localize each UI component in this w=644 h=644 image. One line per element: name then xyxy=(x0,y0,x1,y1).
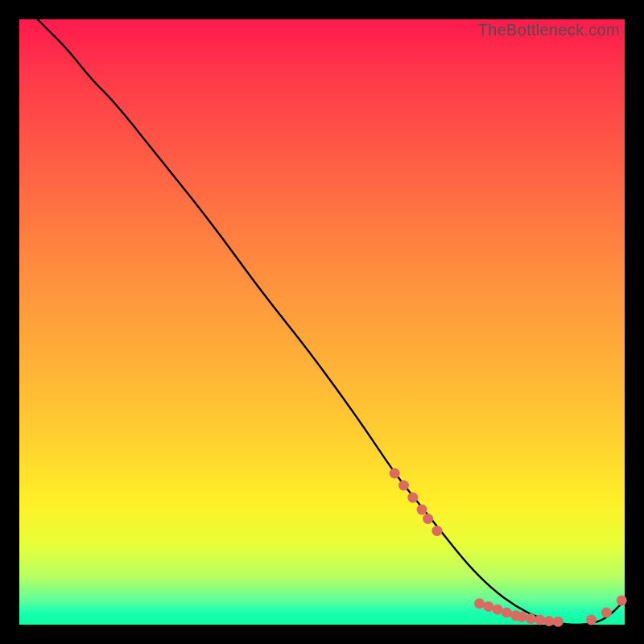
data-point xyxy=(586,615,597,625)
data-point xyxy=(601,608,612,618)
plot-area: TheBottleneck.com xyxy=(19,19,625,625)
data-point xyxy=(423,514,433,524)
data-point xyxy=(617,595,627,605)
data-point xyxy=(398,481,409,491)
data-point xyxy=(431,526,442,536)
data-point xyxy=(502,608,512,618)
data-point xyxy=(535,615,545,625)
data-point xyxy=(553,617,564,627)
data-point xyxy=(483,601,493,612)
data-point xyxy=(517,612,527,622)
marker-layer xyxy=(390,469,627,627)
data-point xyxy=(417,505,427,515)
curve-path xyxy=(38,19,625,625)
data-point xyxy=(544,616,555,626)
data-point xyxy=(407,493,418,503)
data-point xyxy=(493,605,503,615)
chart-svg xyxy=(19,19,625,625)
data-point xyxy=(390,469,400,479)
data-point xyxy=(526,613,536,624)
chart-stage: TheBottleneck.com xyxy=(0,0,644,644)
data-point xyxy=(474,598,485,609)
